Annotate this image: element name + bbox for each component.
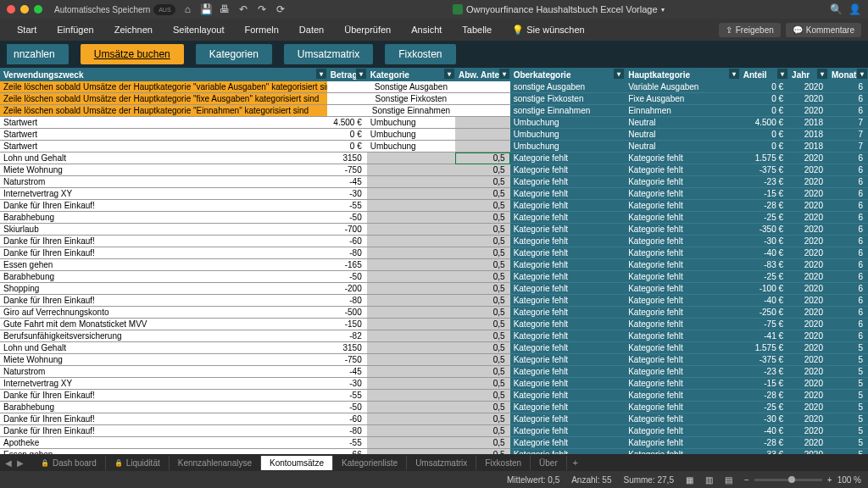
cell[interactable]: Kategorie fehlt	[625, 236, 740, 247]
cell[interactable]: 2020	[788, 366, 828, 378]
data-table[interactable]: Verwendungszweck▾Betrag▾Kategorie▾Abw. A…	[0, 68, 868, 454]
table-row[interactable]: Danke für Ihren Einkauf!-800,5Kategorie …	[0, 247, 868, 259]
cell[interactable]: 6	[828, 152, 868, 164]
cell[interactable]: -750	[327, 354, 367, 366]
sheet-tab-kontoumsätze[interactable]: Kontoumsätze	[261, 456, 333, 470]
cell[interactable]	[367, 378, 455, 390]
cell[interactable]: 2020	[788, 283, 828, 295]
filter-dropdown-icon[interactable]: ▾	[729, 69, 739, 79]
cell[interactable]: 6	[828, 295, 868, 307]
filter-dropdown-icon[interactable]: ▾	[857, 69, 867, 79]
cell[interactable]	[367, 437, 455, 449]
sheet-tab-fixkosten[interactable]: Fixkosten	[476, 456, 531, 470]
cell[interactable]: 3150	[327, 152, 367, 164]
cell[interactable]: 2020	[788, 188, 828, 200]
cell[interactable]: Kategorie fehlt	[625, 354, 740, 366]
cell[interactable]: 5	[828, 342, 868, 354]
table-row[interactable]: Danke für Ihren Einkauf!-600,5Kategorie …	[0, 236, 868, 247]
table-row[interactable]: Internetvertrag XY-300,5Kategorie fehltK…	[0, 378, 868, 390]
table-row[interactable]: Naturstrom-450,5Kategorie fehltKategorie…	[0, 366, 868, 378]
nav-umsaetze[interactable]: Umsätze buchen	[81, 44, 184, 64]
cell[interactable]: Kategorie fehlt	[510, 271, 626, 283]
cell[interactable]: Umbuchung	[367, 117, 455, 129]
cell[interactable]: Kategorie fehlt	[625, 224, 740, 236]
cell[interactable]: -700	[327, 224, 367, 236]
comments-button[interactable]: 💬Kommentare	[786, 23, 861, 37]
table-row[interactable]: Miete Wohnung-7500,5Kategorie fehltKateg…	[0, 164, 868, 176]
cell[interactable]: Sonstige Ausgaben	[367, 81, 455, 93]
cell[interactable]: 6	[828, 188, 868, 200]
cell[interactable]: Kategorie fehlt	[510, 212, 626, 224]
cell[interactable]: Sonstige Fixkosten	[367, 93, 455, 105]
cell[interactable]: 2020	[788, 164, 828, 176]
cell[interactable]: 5	[828, 366, 868, 378]
cell[interactable]: -750	[327, 164, 367, 176]
table-row[interactable]: Essen gehen-1650,5Kategorie fehltKategor…	[0, 259, 868, 271]
cell[interactable]: 0,5	[455, 200, 510, 212]
cell[interactable]: Barabhebung	[0, 271, 327, 283]
cell[interactable]	[367, 212, 455, 224]
zoom-control[interactable]: − + 100 %	[744, 475, 861, 485]
nav-kategorien[interactable]: Kategorien	[196, 44, 272, 64]
cell[interactable]	[367, 176, 455, 188]
cell[interactable]: Barabhebung	[0, 212, 327, 224]
cell[interactable]: Neutral	[625, 129, 740, 141]
cell[interactable]: Internetvertrag XY	[0, 188, 327, 200]
cell[interactable]	[455, 141, 510, 152]
cell[interactable]: Kategorie fehlt	[510, 188, 626, 200]
cell[interactable]: Danke für Ihren Einkauf!	[0, 425, 327, 437]
cell[interactable]: Kategorie fehlt	[510, 378, 626, 390]
cell[interactable]: 2020	[788, 176, 828, 188]
table-row[interactable]: Startwert0 €UmbuchungUmbuchungNeutral0 €…	[0, 129, 868, 141]
table-row[interactable]: Startwert4.500 €UmbuchungUmbuchungNeutra…	[0, 117, 868, 129]
cell[interactable]: 4.500 €	[740, 117, 788, 129]
cell[interactable]: 6	[828, 259, 868, 271]
cell[interactable]: Kategorie fehlt	[625, 247, 740, 259]
cell[interactable]: 1.575 €	[740, 152, 788, 164]
cell[interactable]: 5	[828, 402, 868, 413]
cell[interactable]: Shopping	[0, 283, 327, 295]
cell[interactable]: 2020	[788, 319, 828, 330]
cell[interactable]: Startwert	[0, 117, 327, 129]
cell[interactable]: Kategorie fehlt	[625, 212, 740, 224]
cell[interactable]: Kategorie fehlt	[625, 307, 740, 319]
cell[interactable]: -30 €	[740, 413, 788, 425]
zoom-out-icon[interactable]: −	[744, 475, 749, 485]
table-row[interactable]: Lohn und Gehalt31500,5Kategorie fehltKat…	[0, 152, 868, 164]
cell[interactable]: Kategorie fehlt	[510, 307, 626, 319]
cell[interactable]: 5	[828, 390, 868, 402]
col-header-2[interactable]: Kategorie▾	[367, 68, 455, 81]
cell[interactable]: 0,5	[455, 212, 510, 224]
table-row[interactable]: Barabhebung-500,5Kategorie fehltKategori…	[0, 271, 868, 283]
cell[interactable]: 0,5	[455, 188, 510, 200]
cell[interactable]: Danke für Ihren Einkauf!	[0, 236, 327, 247]
cell[interactable]: Kategorie fehlt	[625, 200, 740, 212]
autosave-switch[interactable]: AUS	[153, 4, 175, 15]
ribbon-start[interactable]: Start	[7, 19, 47, 41]
cell[interactable]	[367, 259, 455, 271]
cell[interactable]: Kategorie fehlt	[510, 319, 626, 330]
cell[interactable]: -350 €	[740, 224, 788, 236]
cell[interactable]: 2020	[788, 224, 828, 236]
cell[interactable]: -30 €	[740, 236, 788, 247]
print-icon[interactable]: 🖶	[218, 3, 231, 16]
sheet-prev-icon[interactable]: ▶	[15, 458, 25, 468]
cell[interactable]: -250 €	[740, 307, 788, 319]
cell[interactable]: Naturstrom	[0, 176, 327, 188]
cell[interactable]: 0,5	[455, 283, 510, 295]
cell[interactable]: 7	[828, 129, 868, 141]
cell[interactable]: -55	[327, 200, 367, 212]
table-row[interactable]: Zeile löschen sobald Umsätze der Hauptka…	[0, 93, 868, 105]
cell[interactable]: -50	[327, 271, 367, 283]
cell[interactable]: Kategorie fehlt	[510, 247, 626, 259]
cell[interactable]: Danke für Ihren Einkauf!	[0, 295, 327, 307]
cell[interactable]: Kategorie fehlt	[510, 224, 626, 236]
cell[interactable]: 0,5	[455, 378, 510, 390]
cell[interactable]	[367, 402, 455, 413]
home-icon[interactable]: ⌂	[181, 3, 194, 16]
nav-fixkosten[interactable]: Fixkosten	[385, 44, 455, 64]
cell[interactable]: Kategorie fehlt	[625, 342, 740, 354]
cell[interactable]: -82	[327, 330, 367, 342]
table-row[interactable]: Naturstrom-450,5Kategorie fehltKategorie…	[0, 176, 868, 188]
cell[interactable]: 0,5	[455, 390, 510, 402]
